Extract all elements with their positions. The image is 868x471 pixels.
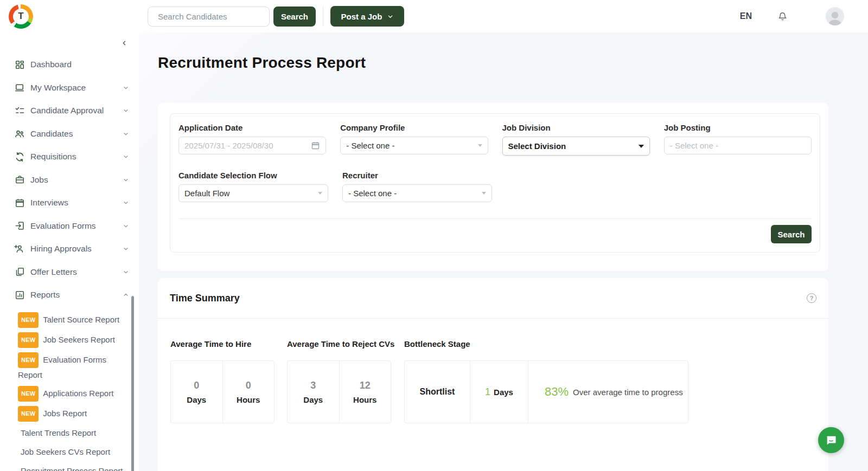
caret-down-icon — [478, 144, 482, 147]
time-summary-title: Time Summary — [170, 293, 240, 304]
sidebar-item-talent-source-report[interactable]: NEWTalent Source Report — [18, 310, 131, 330]
job-division-label: Job Division — [502, 123, 650, 132]
sidebar-item-label: Hiring Approvals — [30, 244, 123, 254]
candidate-approval-icon — [14, 105, 25, 116]
sidebar-item-applications-report[interactable]: NEWApplications Report — [18, 384, 131, 404]
sidebar-item-candidate-approval[interactable]: Candidate Approval — [0, 99, 139, 122]
chat-launcher-button[interactable] — [818, 427, 844, 453]
sidebar-item-job-seekers-cvs-report[interactable]: Job Seekers CVs Report — [18, 443, 131, 462]
bottleneck-stage-name: Shortlist — [405, 361, 470, 423]
sidebar-item-recruitment-process-report[interactable]: Recruitment Process Report — [18, 462, 131, 471]
sidebar-item-jobs[interactable]: Jobs — [0, 169, 139, 192]
chat-bubble-icon — [825, 434, 838, 447]
candidate-selection-flow-select[interactable]: Default Flow — [178, 184, 328, 202]
reject-days-unit: Days — [303, 395, 323, 404]
job-posting-label: Job Posting — [664, 123, 812, 132]
sidebar-item-label: Candidate Approval — [30, 106, 123, 115]
topbar-search-button[interactable]: Search — [273, 7, 316, 27]
sidebar-item-reports[interactable]: Reports — [0, 283, 139, 307]
offer-letters-icon — [14, 267, 25, 278]
caret-down-icon — [482, 192, 486, 195]
sidebar-item-job-seekers-report[interactable]: NEWJob Seekers Report — [18, 330, 131, 350]
chevron-up-icon — [123, 292, 129, 298]
sidebar-item-label: Interviews — [30, 198, 123, 208]
recruiter-select[interactable]: - Select one - — [342, 184, 492, 202]
sidebar-collapse-button[interactable] — [121, 39, 128, 49]
bottleneck-percent-text: Over average time to progress — [573, 388, 683, 397]
reports-icon — [14, 289, 25, 300]
new-badge: NEW — [18, 406, 39, 422]
report-link-label: Talent Trends Report — [21, 428, 96, 437]
application-date-field: Application Date — [178, 123, 326, 156]
app-logo[interactable]: T — [9, 4, 33, 29]
chevron-down-icon — [123, 223, 129, 229]
avg-time-to-reject-box: 3 Days 12 Hours — [287, 360, 391, 423]
chevron-down-icon — [123, 107, 129, 114]
sidebar-item-label: Dashboard — [30, 60, 129, 69]
filters-card: Application Date Company Profile - Selec… — [158, 102, 828, 271]
hiring-approvals-icon — [14, 243, 25, 254]
requisitions-icon — [14, 151, 25, 162]
interviews-icon — [14, 197, 25, 208]
hire-days-cell: 0 Days — [171, 361, 222, 423]
sidebar-item-my-workspace[interactable]: My Workspace — [0, 76, 139, 100]
jobs-icon — [14, 175, 25, 185]
company-profile-label: Company Profile — [340, 123, 488, 132]
sidebar-scrollbar[interactable] — [131, 296, 134, 471]
hire-days-value: 0 — [194, 380, 199, 391]
filters-search-button[interactable]: Search — [771, 225, 812, 243]
new-badge: NEW — [18, 312, 39, 328]
candidate-search-box[interactable] — [148, 7, 270, 27]
calendar-icon[interactable] — [311, 141, 320, 150]
sidebar-item-evaluation-forms[interactable]: Evaluation Forms — [0, 215, 139, 238]
candidate-selection-flow-label: Candidate Selection Flow — [178, 171, 328, 180]
report-link-label: Talent Source Report — [43, 315, 119, 324]
hire-hours-value: 0 — [246, 380, 251, 391]
sidebar-item-evaluation-forms-report[interactable]: NEWEvaluation Forms Report — [18, 350, 131, 384]
sidebar-item-offer-letters[interactable]: Offer Letters — [0, 261, 139, 284]
bottleneck-percent: 83% — [545, 385, 569, 399]
sidebar-item-interviews[interactable]: Interviews — [0, 191, 139, 215]
company-profile-value: - Select one - — [346, 141, 394, 150]
sidebar-item-candidates[interactable]: Candidates — [0, 122, 139, 146]
chevron-down-icon — [123, 131, 129, 137]
user-avatar[interactable] — [826, 7, 844, 25]
company-profile-select[interactable]: - Select one - — [340, 137, 488, 154]
application-date-input[interactable] — [178, 137, 326, 154]
chevron-down-icon — [123, 269, 129, 275]
hire-hours-unit: Hours — [237, 395, 260, 404]
sidebar-item-hiring-approvals[interactable]: Hiring Approvals — [0, 237, 139, 261]
reject-days-cell: 3 Days — [288, 361, 339, 423]
bottleneck-days-cell: 1 Days — [470, 361, 528, 423]
avg-time-to-hire-box: 0 Days 0 Hours — [170, 360, 275, 423]
sidebar-item-jobs-report[interactable]: NEWJobs Report — [18, 404, 131, 424]
dashboard-icon — [14, 59, 25, 70]
language-switcher[interactable]: EN — [740, 11, 752, 21]
sidebar-item-talent-trends-report[interactable]: Talent Trends Report — [18, 424, 131, 443]
post-a-job-button[interactable]: Post a Job — [330, 6, 404, 27]
app-logo-letter: T — [13, 9, 29, 24]
new-badge: NEW — [18, 386, 39, 402]
sidebar-item-label: Candidates — [30, 129, 123, 139]
job-division-select[interactable]: Select Division — [502, 137, 650, 156]
job-posting-input[interactable] — [670, 141, 806, 150]
evaluation-forms-icon — [14, 221, 25, 231]
date-range-input[interactable] — [184, 141, 311, 150]
bottleneck-progress-cell: 83% Over average time to progress — [528, 361, 688, 423]
avg-time-to-hire-label: Average Time to Hire — [170, 339, 287, 349]
sidebar-item-dashboard[interactable]: Dashboard — [0, 53, 139, 76]
search-input[interactable] — [158, 12, 266, 21]
chevron-down-icon — [123, 153, 129, 160]
bottleneck-stage-box: Shortlist 1 Days 83% Over average time t… — [404, 360, 688, 423]
notifications-bell-icon[interactable] — [777, 11, 788, 22]
reject-hours-value: 12 — [360, 380, 371, 391]
chevron-down-icon — [123, 177, 129, 183]
post-a-job-label: Post a Job — [341, 12, 382, 21]
chevron-down-icon — [387, 14, 393, 20]
main-content: Recruitment Process Report Application D… — [139, 33, 868, 471]
help-icon[interactable]: ? — [807, 293, 816, 303]
job-posting-select[interactable] — [664, 137, 812, 154]
caret-down-icon — [639, 145, 644, 148]
sidebar: Dashboard My Workspace Candidate Approva… — [0, 33, 139, 471]
sidebar-item-requisitions[interactable]: Requisitions — [0, 145, 139, 169]
